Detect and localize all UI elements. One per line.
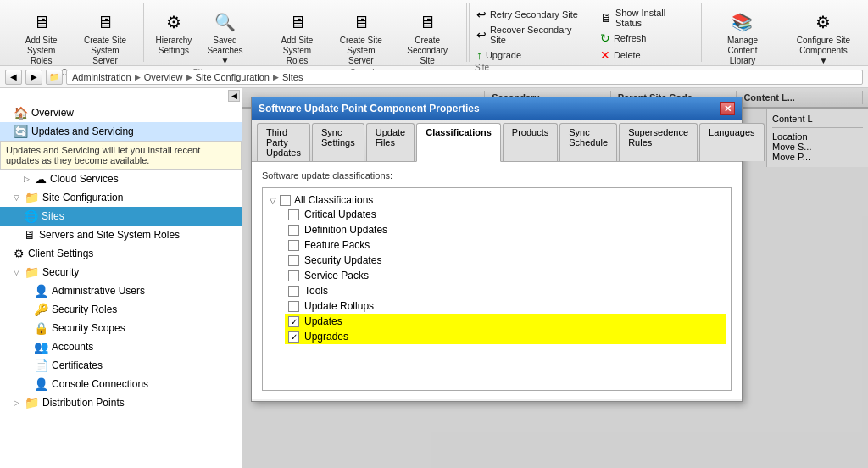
manage-content-library-button[interactable]: 📚 ManageContent Library: [710, 7, 775, 68]
delete-label: Delete: [614, 50, 641, 60]
toolbar-group-manage: 📚 ManageContent Library: [704, 3, 782, 62]
tab-update-files[interactable]: Update Files: [366, 123, 415, 161]
tools-checkbox[interactable]: [288, 286, 299, 297]
breadcrumb: Administration ▶ Overview ▶ Site Configu…: [66, 70, 863, 85]
saved-searches-button[interactable]: 🔍 SavedSearches ▼: [198, 7, 252, 68]
all-classifications-row[interactable]: ▽ All Classifications: [268, 193, 726, 207]
toolbar-group-configure: ⚙ Configure SiteComponents ▼: [784, 3, 863, 62]
updates-checkbox[interactable]: [288, 316, 299, 327]
sidebar-item-console-connections[interactable]: 👤 Console Connections: [0, 375, 242, 393]
sidebar-item-distribution-points[interactable]: ▷ 📁 Distribution Points: [0, 393, 242, 412]
sidebar-item-certificates[interactable]: 📄 Certificates: [0, 356, 242, 375]
tab-sync-settings[interactable]: Sync Settings: [312, 123, 364, 161]
create-site-system-server-button[interactable]: 🖥 Create SiteSystem Server: [74, 7, 136, 68]
section-title: Software update classifications:: [262, 170, 732, 181]
feature-packs-row[interactable]: Feature Packs: [285, 237, 726, 253]
sidebar-item-admin-users[interactable]: 👤 Administrative Users: [0, 281, 242, 300]
create-secondary-site-button[interactable]: 🖥 CreateSecondary Site: [395, 7, 459, 68]
hierarchy-settings-button[interactable]: ⚙ HierarchySettings: [153, 7, 196, 58]
feature-packs-checkbox[interactable]: [288, 240, 299, 251]
sidebar-item-sites[interactable]: 🌐 Sites: [0, 207, 242, 226]
update-rollups-label: Update Rollups: [304, 300, 374, 312]
update-rollups-checkbox[interactable]: [288, 301, 299, 312]
saved-searches-label: SavedSearches ▼: [202, 36, 248, 66]
saved-searches-icon: 🔍: [212, 8, 239, 36]
sidebar-sites-label: Sites: [42, 210, 64, 222]
add-site-system-roles2-label: Add SiteSystem Roles: [271, 36, 323, 66]
critical-updates-row[interactable]: Critical Updates: [285, 207, 726, 222]
sidebar-item-cloud-services[interactable]: ▷ ☁ Cloud Services: [0, 170, 242, 188]
sidebar-item-security-roles[interactable]: 🔑 Security Roles: [0, 300, 242, 319]
sidebar-item-updates-servicing[interactable]: 🔄 Updates and Servicing: [0, 122, 242, 141]
retry-icon: ↩: [476, 8, 487, 21]
sidebar-site-config-label: Site Configuration: [42, 192, 123, 203]
delete-button[interactable]: ✕ Delete: [598, 47, 696, 63]
upgrades-row[interactable]: Upgrades: [285, 329, 726, 344]
updates-label: Updates: [304, 315, 342, 327]
tools-row[interactable]: Tools: [285, 283, 726, 298]
dialog-overlay: Software Update Point Component Properti…: [242, 88, 868, 468]
definition-updates-row[interactable]: Definition Updates: [285, 222, 726, 237]
tab-classifications[interactable]: Classifications: [416, 123, 501, 162]
folder-icon: 📁: [46, 70, 63, 85]
breadcrumb-site-config[interactable]: Site Configuration: [196, 72, 270, 82]
sidebar-item-servers[interactable]: 🖥 Servers and Site System Roles: [0, 226, 242, 244]
toolbar: 🖥 Add SiteSystem Roles 🖥 Create SiteSyst…: [0, 0, 868, 66]
critical-updates-checkbox[interactable]: [288, 209, 299, 220]
create-site-system-server-label: Create SiteSystem Server: [77, 36, 132, 66]
back-button[interactable]: ◀: [5, 70, 22, 85]
service-packs-label: Service Packs: [304, 270, 369, 281]
feature-packs-label: Feature Packs: [304, 239, 370, 251]
refresh-button[interactable]: ↻ Refresh: [598, 31, 696, 46]
add-site-system-roles-label: Add SiteSystem Roles: [15, 36, 67, 66]
security-updates-row[interactable]: Security Updates: [285, 253, 726, 268]
breadcrumb-sites[interactable]: Sites: [282, 72, 303, 82]
definition-updates-checkbox[interactable]: [288, 225, 299, 236]
sidebar-item-accounts[interactable]: 👥 Accounts: [0, 337, 242, 356]
tab-sync-schedule[interactable]: Sync Schedule: [559, 123, 617, 161]
dialog-close-button[interactable]: ✕: [720, 102, 735, 115]
add-site-system-roles2-button[interactable]: 🖥 Add SiteSystem Roles: [268, 7, 326, 68]
sidebar-item-security[interactable]: ▽ 📁 Security: [0, 263, 242, 281]
refresh-label: Refresh: [614, 33, 647, 43]
breadcrumb-admin[interactable]: Administration: [72, 72, 131, 82]
sidebar-item-site-configuration[interactable]: ▽ 📁 Site Configuration: [0, 188, 242, 207]
add-site-system-roles2-icon: 🖥: [284, 8, 311, 36]
retry-secondary-button[interactable]: ↩ Retry Secondary Site: [475, 7, 592, 22]
service-packs-checkbox[interactable]: [288, 270, 299, 281]
sidebar-item-overview[interactable]: 🏠 Overview: [0, 103, 242, 122]
create-site-system-server2-button[interactable]: 🖥 Create SiteSystem Server: [330, 7, 392, 68]
recover-secondary-button[interactable]: ↩ Recover Secondary Site: [475, 24, 592, 46]
tab-third-party-updates[interactable]: Third Party Updates: [257, 123, 310, 161]
tab-products[interactable]: Products: [503, 123, 558, 161]
tab-supersedence-rules[interactable]: Supersedence Rules: [619, 123, 698, 161]
breadcrumb-overview[interactable]: Overview: [144, 72, 183, 82]
forward-button[interactable]: ▶: [25, 70, 42, 85]
add-site-system-roles-icon: 🖥: [28, 8, 55, 36]
configure-site-components-button[interactable]: ⚙ Configure SiteComponents ▼: [791, 7, 856, 68]
upgrade-button[interactable]: ↑ Upgrade: [475, 47, 592, 63]
sidebar-security-roles-label: Security Roles: [52, 304, 117, 315]
update-rollups-row[interactable]: Update Rollups: [285, 298, 726, 314]
upgrades-checkbox[interactable]: [288, 332, 299, 343]
sidebar-security-label: Security: [42, 266, 79, 278]
tools-label: Tools: [304, 285, 328, 297]
upgrades-label: Upgrades: [304, 331, 348, 343]
all-classifications-checkbox[interactable]: [280, 195, 291, 206]
show-install-status-button[interactable]: 🖥 Show Install Status: [598, 7, 696, 29]
all-classifications-label: All Classifications: [294, 194, 373, 206]
security-updates-checkbox[interactable]: [288, 255, 299, 266]
sidebar-item-client-settings[interactable]: ⚙ Client Settings: [0, 244, 242, 263]
updates-row[interactable]: Updates: [285, 314, 726, 329]
classifications-tree: ▽ All Classifications Critical Updates: [262, 187, 732, 391]
sidebar-collapse-button[interactable]: ◀: [228, 90, 240, 102]
add-site-system-roles-button[interactable]: 🖥 Add SiteSystem Roles: [12, 7, 70, 68]
updates-info-text: Updates and Servicing will let you insta…: [6, 145, 200, 165]
service-packs-row[interactable]: Service Packs: [285, 268, 726, 283]
manage-content-icon: 📚: [729, 8, 756, 36]
dialog-tabs: Third Party Updates Sync Settings Update…: [252, 120, 742, 162]
sidebar: ◀ 🏠 Overview 🔄 Updates and Servicing Upd…: [0, 88, 242, 468]
tab-languages[interactable]: Languages: [699, 123, 764, 161]
sidebar-item-security-scopes[interactable]: 🔒 Security Scopes: [0, 319, 242, 337]
updates-info-box: Updates and Servicing will let you insta…: [0, 141, 242, 170]
